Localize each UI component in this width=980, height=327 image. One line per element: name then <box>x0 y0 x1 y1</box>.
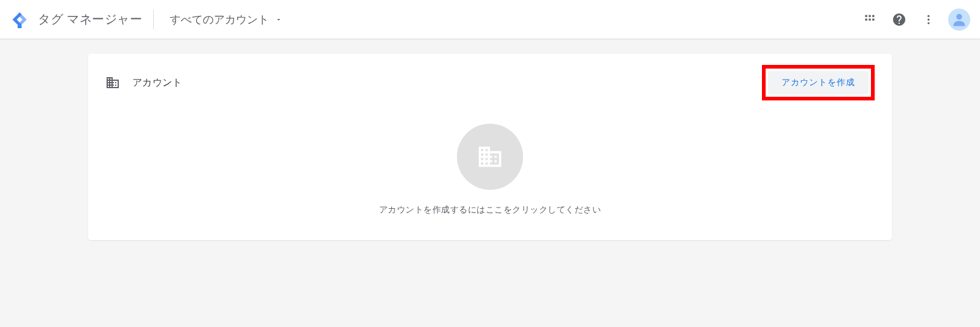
tag-manager-logo-icon[interactable] <box>10 10 29 29</box>
help-icon[interactable] <box>887 7 911 32</box>
card-title: アカウント <box>132 77 183 89</box>
svg-rect-2 <box>869 15 870 17</box>
svg-point-9 <box>927 22 929 24</box>
main-content: アカウント アカウントを作成 アカウントを作成するにはここをクリックしてください <box>0 39 980 255</box>
domain-icon <box>105 75 120 90</box>
domain-large-icon <box>477 143 503 170</box>
app-header: タグ マネージャー すべてのアカウント <box>0 0 980 39</box>
empty-state[interactable]: アカウントを作成するにはここをクリックしてください <box>88 111 892 216</box>
svg-rect-3 <box>872 15 874 17</box>
user-avatar[interactable] <box>948 9 970 31</box>
create-button-highlight: アカウントを作成 <box>762 65 875 100</box>
app-title: タグ マネージャー <box>38 11 142 28</box>
card-header-left: アカウント <box>105 75 183 90</box>
accounts-card: アカウント アカウントを作成 アカウントを作成するにはここをクリックしてください <box>88 54 892 240</box>
empty-state-icon-circle <box>457 124 523 190</box>
svg-rect-4 <box>865 18 867 20</box>
account-selector-dropdown[interactable]: すべてのアカウント <box>165 9 287 31</box>
chevron-down-icon <box>275 16 282 23</box>
empty-state-text: アカウントを作成するにはここをクリックしてください <box>379 205 601 216</box>
apps-grid-icon[interactable] <box>858 7 882 32</box>
account-selector-label: すべてのアカウント <box>170 12 269 27</box>
create-account-button[interactable]: アカウントを作成 <box>768 71 869 94</box>
more-vert-icon[interactable] <box>916 7 941 32</box>
svg-point-7 <box>927 15 929 17</box>
card-header: アカウント アカウントを作成 <box>88 54 892 111</box>
svg-point-8 <box>927 18 929 20</box>
svg-rect-5 <box>869 18 870 20</box>
svg-rect-6 <box>872 18 874 20</box>
header-divider <box>153 10 154 29</box>
svg-rect-1 <box>865 15 867 17</box>
svg-point-10 <box>956 13 962 19</box>
